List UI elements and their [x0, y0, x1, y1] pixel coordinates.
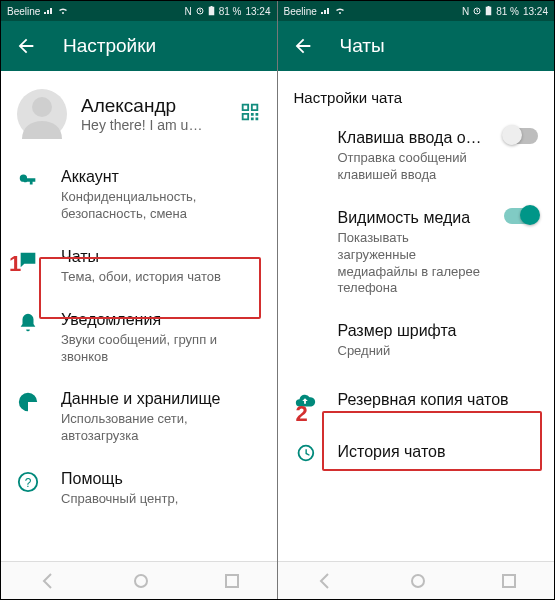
toggle-enter-key[interactable] [504, 128, 538, 144]
settings-item-help[interactable]: ? Помощь Справочный центр, [1, 457, 277, 520]
profile-status: Hey there! I am u… [81, 117, 225, 133]
settings-item-storage[interactable]: Данные и хранилище Использование сети, а… [1, 377, 277, 457]
item-title: Чаты [61, 247, 261, 267]
nav-recent-button[interactable] [225, 574, 239, 588]
history-icon [294, 440, 316, 464]
spacer-icon [294, 208, 316, 210]
svg-point-3 [32, 97, 52, 117]
nfc-icon: N [462, 6, 469, 17]
back-button[interactable] [292, 35, 314, 57]
clock: 13:24 [245, 6, 270, 17]
battery-pct: 81 % [496, 6, 519, 17]
svg-text:?: ? [25, 476, 32, 490]
item-title: Резервная копия чатов [338, 390, 539, 410]
alarm-icon [196, 7, 204, 15]
signal-icon [321, 7, 331, 15]
qr-code-icon[interactable] [239, 101, 261, 127]
status-bar: Beeline N 81 % 13:24 [278, 1, 555, 21]
chat-setting-font-size[interactable]: Размер шрифта Средний [278, 309, 555, 372]
svg-point-11 [412, 575, 424, 587]
screen-title: Настройки [63, 35, 156, 57]
toggle-media-visibility[interactable] [504, 208, 538, 224]
chat-setting-media-visibility[interactable]: Видимость медиа Показывать загруженные м… [278, 196, 555, 310]
carrier-label: Beeline [7, 6, 40, 17]
screen-title: Чаты [340, 35, 385, 57]
help-icon: ? [17, 469, 39, 493]
settings-item-account[interactable]: Аккаунт Конфиденциальность, безопасность… [1, 155, 277, 235]
item-sub: Конфиденциальность, безопасность, смена [61, 189, 261, 223]
item-sub: Тема, обои, история чатов [61, 269, 261, 286]
nav-back-button[interactable] [39, 572, 57, 590]
svg-rect-7 [226, 575, 238, 587]
item-sub: Звуки сообщений, групп и звонков [61, 332, 261, 366]
clock: 13:24 [523, 6, 548, 17]
nfc-icon: N [184, 6, 191, 17]
svg-rect-12 [503, 575, 515, 587]
settings-screen: Beeline N 81 % 13:24 [1, 1, 278, 599]
item-title: Уведомления [61, 310, 261, 330]
chats-settings-screen: Beeline N 81 % 13:24 [278, 1, 555, 599]
annotation-number-1: 1 [9, 251, 21, 277]
item-sub: Отправка сообщений клавишей ввода [338, 150, 483, 184]
svg-rect-2 [210, 6, 212, 7]
item-title: Видимость медиа [338, 208, 483, 228]
nav-back-button[interactable] [316, 572, 334, 590]
nav-recent-button[interactable] [502, 574, 516, 588]
item-title: Помощь [61, 469, 261, 489]
wifi-icon [58, 7, 68, 15]
back-button[interactable] [15, 35, 37, 57]
nav-bar [1, 561, 277, 599]
battery-icon [208, 6, 215, 16]
profile-header[interactable]: Александр Hey there! I am u… [1, 71, 277, 151]
settings-item-notifications[interactable]: Уведомления Звуки сообщений, групп и зво… [1, 298, 277, 378]
annotation-number-2: 2 [296, 401, 308, 427]
item-title: Клавиша ввода о… [338, 128, 483, 148]
bell-icon [17, 310, 39, 334]
item-sub: Использование сети, автозагрузка [61, 411, 261, 445]
svg-point-6 [135, 575, 147, 587]
item-sub: Справочный центр, [61, 491, 261, 508]
item-sub: Показывать загруженные медиафайлы в гале… [338, 230, 483, 298]
app-bar: Чаты [278, 21, 555, 71]
chat-setting-enter-key[interactable]: Клавиша ввода о… Отправка сообщений клав… [278, 116, 555, 196]
item-title: Размер шрифта [338, 321, 539, 341]
svg-rect-10 [488, 6, 490, 7]
spacer-icon [294, 321, 316, 323]
carrier-label: Beeline [284, 6, 317, 17]
section-header: Настройки чата [278, 71, 555, 112]
signal-icon [44, 7, 54, 15]
svg-rect-1 [209, 7, 214, 15]
alarm-icon [473, 7, 481, 15]
battery-pct: 81 % [219, 6, 242, 17]
nav-bar [278, 561, 555, 599]
spacer-icon [294, 128, 316, 130]
chat-setting-backup[interactable]: Резервная копия чатов [278, 372, 555, 428]
svg-rect-9 [486, 7, 491, 15]
data-usage-icon [17, 389, 39, 413]
profile-name: Александр [81, 95, 225, 117]
item-title: Данные и хранилище [61, 389, 261, 409]
nav-home-button[interactable] [410, 573, 426, 589]
settings-item-chats[interactable]: Чаты Тема, обои, история чатов [1, 235, 277, 298]
item-sub: Средний [338, 343, 539, 360]
status-bar: Beeline N 81 % 13:24 [1, 1, 277, 21]
avatar [17, 89, 67, 139]
chat-setting-history[interactable]: История чатов [278, 428, 555, 476]
nav-home-button[interactable] [133, 573, 149, 589]
key-icon [17, 167, 39, 191]
app-bar: Настройки [1, 21, 277, 71]
battery-icon [485, 6, 492, 16]
item-title: Аккаунт [61, 167, 261, 187]
wifi-icon [335, 7, 345, 15]
item-title: История чатов [338, 442, 539, 462]
